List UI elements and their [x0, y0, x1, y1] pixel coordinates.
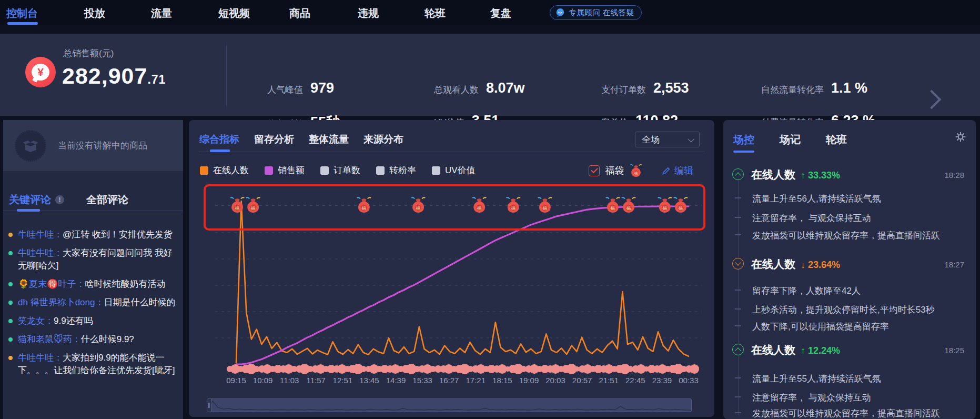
no-product-text: 当前没有讲解中的商品 — [58, 139, 147, 152]
legend-orders[interactable]: 订单数 — [320, 164, 360, 176]
nav-item-violation[interactable]: 违规 — [358, 6, 379, 21]
comment-dot — [8, 282, 13, 286]
event-bullet: 流量上升至55人,请持续活跃气氛 — [752, 373, 965, 385]
total-sales-label: 总销售额(元) — [63, 47, 114, 59]
svg-text:福: 福 — [610, 205, 615, 211]
event-time: 18:25 — [944, 346, 964, 355]
control-tabs: 场控 场记 轮班 — [733, 133, 847, 147]
nav-item-shift[interactable]: 轮班 — [425, 6, 446, 21]
active-tab-underline — [210, 149, 230, 152]
x-axis-tick: 21:51 — [593, 376, 624, 385]
nav-item-console[interactable]: 控制台 — [6, 6, 38, 21]
event-change: ↑ 12.24% — [801, 345, 840, 356]
field-control-panel: 场控 场记 轮班 在线人数↑ 33.33% 18:28 流量上升至56人,请持续… — [723, 120, 976, 419]
x-axis-tick: 15:33 — [407, 376, 438, 385]
x-axis-tick: 09:15 — [221, 376, 251, 385]
tab-key-comments[interactable]: 关键评论 ! — [9, 193, 64, 207]
legend-swatch — [376, 166, 385, 175]
svg-text:福: 福 — [477, 205, 482, 211]
tab-overall-traffic[interactable]: 整体流量 — [309, 133, 349, 146]
event-title: 在线人数↑ 33.33% — [751, 167, 840, 182]
nav-item-goods[interactable]: 商品 — [289, 6, 310, 21]
divider — [226, 45, 227, 106]
fudai-bag-icon: 福 — [629, 163, 643, 178]
tab-shift[interactable]: 轮班 — [826, 133, 847, 147]
comment-item[interactable]: 猫和老鼠🐭药：什么时候9.9? — [8, 333, 180, 346]
svg-text:福: 福 — [235, 205, 240, 211]
fudai-bag-icon: 福 — [674, 197, 688, 213]
comment-item[interactable]: 牛哇牛哇：@汪转 收到！安排优先发货 — [8, 228, 180, 241]
tab-field-control[interactable]: 场控 — [733, 133, 754, 147]
comment-list: 牛哇牛哇：@汪转 收到！安排优先发货 牛哇牛哇：大家有没有问题问问我 我好无聊[… — [8, 228, 180, 383]
svg-text:福: 福 — [626, 205, 631, 211]
event-bullet: 流量上升至56人,请持续活跃气氛 — [752, 193, 965, 205]
package-box-icon — [15, 130, 46, 162]
legend-uv-value[interactable]: UV价值 — [432, 164, 476, 176]
comment-item[interactable]: 牛哇牛哇：大家有没有问题问问我 我好无聊[哈欠] — [8, 247, 180, 272]
tab-all-comments[interactable]: 全部评论 — [86, 193, 128, 207]
x-axis-tick: 23:39 — [646, 376, 677, 385]
metric-paid-orders: 支付订单数2,553 — [601, 80, 689, 96]
event-time: 18:27 — [944, 260, 964, 269]
top-nav: 控制台 投放 流量 短视频 商品 违规 轮班 复盘 专属顾问 在线答疑 — [0, 0, 980, 25]
total-sales-value: 282,907.71 — [62, 63, 166, 89]
event-bullet: 上秒杀活动，提升观众停留时长,平均时长53秒 — [752, 304, 965, 316]
legend-sales[interactable]: 销售额 — [265, 164, 305, 176]
advisor-badge[interactable]: 专属顾问 在线答疑 — [550, 5, 642, 20]
range-select-dropdown[interactable]: 全场 — [635, 132, 700, 147]
info-icon[interactable]: ! — [55, 195, 64, 204]
divider — [198, 152, 705, 152]
edit-button[interactable]: 编辑 — [662, 164, 693, 177]
chart-zoom-brush[interactable] — [207, 398, 692, 412]
event-bullet: 发放福袋可以维持观众留存率，提高直播间活跃 — [752, 407, 965, 419]
legend-follower-rate[interactable]: 转粉率 — [376, 164, 416, 176]
fudai-bag-icon: 福 — [357, 197, 371, 213]
legend-swatch — [432, 166, 440, 175]
metrics-chart: 福福福福福福福福福福福 — [205, 185, 704, 375]
comment-item[interactable]: 笑龙女：9.9还有吗 — [8, 315, 180, 327]
advisor-badge-label: 专属顾问 在线答疑 — [569, 8, 634, 18]
tab-source-distribution[interactable]: 来源分布 — [363, 133, 403, 146]
svg-text:福: 福 — [361, 205, 367, 211]
metrics-chart-panel: 综合指标 留存分析 整体流量 来源分布 全场 在线人数 销售额 订单数 转粉率 … — [189, 120, 714, 417]
svg-text:福: 福 — [662, 205, 667, 211]
legend-swatch — [320, 166, 329, 175]
legend-online-users[interactable]: 在线人数 — [200, 164, 249, 176]
event-bullet: 人数下降,可以使用福袋提高留存率 — [752, 321, 965, 333]
chevron-down-icon — [688, 135, 695, 142]
brush-handle[interactable] — [207, 399, 211, 412]
event-change: ↓ 23.64% — [801, 260, 840, 270]
event-title: 在线人数↓ 23.64% — [751, 257, 840, 272]
tab-composite-metrics[interactable]: 综合指标 — [199, 133, 239, 146]
fudai-checkbox[interactable] — [589, 165, 600, 176]
range-select-value: 全场 — [642, 134, 660, 146]
x-axis-tick: 22:45 — [620, 376, 651, 385]
tab-retention-analysis[interactable]: 留存分析 — [254, 133, 294, 146]
gear-icon[interactable] — [955, 132, 966, 144]
fudai-bag-icon: 福 — [411, 197, 425, 213]
fudai-bag-icon: 福 — [622, 197, 635, 213]
nav-item-ads[interactable]: 投放 — [84, 6, 105, 21]
nav-item-review[interactable]: 复盘 — [490, 6, 511, 21]
comment-dot — [8, 356, 13, 360]
timeline — [738, 179, 739, 415]
current-product-box: 当前没有讲解中的商品 — [3, 120, 183, 171]
nav-item-traffic[interactable]: 流量 — [151, 6, 172, 21]
svg-text:福: 福 — [678, 205, 683, 211]
event-time: 18:28 — [944, 171, 964, 179]
comment-item[interactable]: 牛哇牛哇：大家拍到9.9的能不能说一下。。。让我们给你备注优先发货[呲牙] — [8, 352, 180, 377]
tab-field-notes[interactable]: 场记 — [780, 133, 801, 147]
x-axis-tick: 11:57 — [301, 376, 331, 385]
x-axis-labels: 09:1510:0911:0311:5712:5113:4514:3915:33… — [205, 376, 704, 386]
fudai-bag-icon: 福 — [246, 197, 260, 213]
carousel-next-icon[interactable] — [922, 90, 942, 109]
comment-item[interactable]: 🌻夏末🉐叶子：啥时候纯酸奶有活动 — [8, 278, 180, 291]
trend-up-icon — [732, 168, 744, 180]
comment-dot — [8, 319, 13, 323]
legend-swatch — [265, 166, 273, 175]
comment-dot — [8, 233, 13, 237]
comment-dot — [8, 251, 13, 255]
comment-item[interactable]: dh 得世界祢卜dong：日期是什么时候的 — [8, 296, 180, 309]
chart-legend: 在线人数 销售额 订单数 转粉率 UV价值 — [200, 164, 476, 176]
nav-item-shortvideo[interactable]: 短视频 — [218, 6, 250, 21]
